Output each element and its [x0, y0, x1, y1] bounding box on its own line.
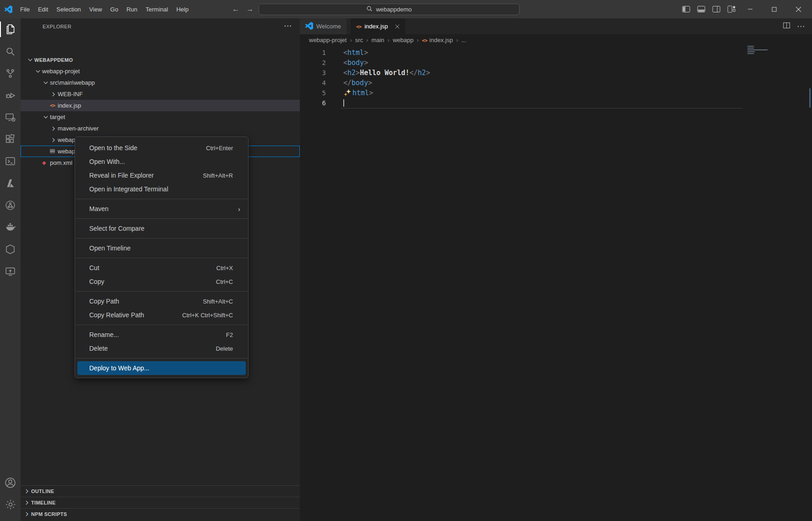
context-menu-item-cut[interactable]: CutCtrl+X	[77, 261, 246, 275]
code-line-content: </body>	[326, 78, 372, 88]
minimap-line	[747, 46, 754, 47]
activity-bar	[0, 18, 21, 521]
code-token: <	[343, 49, 347, 57]
tree-item-src-main-webapp[interactable]: src\main\webapp	[21, 77, 300, 88]
code-token: >	[364, 49, 368, 57]
tree-item-maven-archiver[interactable]: maven-archiver	[21, 123, 300, 134]
remote-explorer-icon[interactable]	[0, 106, 21, 128]
explorer-header: EXPLORER ⋯	[21, 18, 300, 35]
menubar-item-selection[interactable]: Selection	[52, 3, 85, 15]
code-editor[interactable]: 1<html>2<body>3<h2>Hello World!</h2>4</b…	[300, 48, 812, 108]
tab-welcome[interactable]: Welcome	[300, 18, 346, 34]
breadcrumb-item-[interactable]: ...	[461, 37, 466, 43]
menubar-item-terminal[interactable]: Terminal	[141, 3, 172, 15]
context-menu-item-reveal-in-file-explorer[interactable]: Reveal in File ExplorerShift+Alt+R	[77, 168, 246, 182]
menu-separator	[76, 258, 248, 258]
context-menu-item-label: Open Timeline	[89, 244, 130, 252]
tree-item-web-inf[interactable]: WEB-INF	[21, 88, 300, 100]
toggle-sidebar-icon[interactable]	[681, 4, 691, 15]
toggle-panel-icon[interactable]	[696, 4, 706, 15]
context-menu-item-deploy-to-web-app[interactable]: Deploy to Web App...	[77, 361, 246, 375]
back-arrow-icon[interactable]: ←	[232, 5, 240, 13]
breadcrumb-label: src	[355, 37, 363, 43]
explorer-more-actions-icon[interactable]: ⋯	[284, 21, 292, 31]
code-token: </	[410, 69, 418, 77]
code-token: >	[369, 89, 373, 97]
menubar-item-view[interactable]: View	[85, 3, 106, 15]
menubar-item-help[interactable]: Help	[172, 3, 193, 15]
extensions-icon[interactable]	[0, 128, 21, 150]
code-token: >	[426, 69, 430, 77]
context-menu-item-open-with[interactable]: Open With...	[77, 155, 246, 168]
menubar-item-run[interactable]: Run	[122, 3, 141, 15]
breadcrumb-item-webapp-projet[interactable]: webapp-projet	[309, 37, 346, 43]
split-editor-icon[interactable]	[783, 22, 790, 31]
breadcrumb-item-src[interactable]: src	[355, 37, 363, 43]
command-center-search[interactable]: webappdemo	[259, 4, 520, 15]
sparkle-icon	[343, 89, 352, 99]
minimize-button[interactable]	[738, 0, 762, 18]
line-number: 2	[300, 58, 326, 68]
docker-icon[interactable]	[0, 216, 21, 238]
code-token: body	[352, 79, 368, 87]
context-menu-item-open-to-the-side[interactable]: Open to the SideCtrl+Enter	[77, 141, 246, 155]
maximize-button[interactable]	[762, 0, 786, 18]
tab-label: index.jsp	[364, 23, 388, 30]
context-menu-item-label: Copy Relative Path	[89, 311, 144, 319]
context-menu-item-select-for-compare[interactable]: Select for Compare	[77, 222, 246, 235]
menubar-item-go[interactable]: Go	[106, 3, 122, 15]
minimap-line	[747, 51, 755, 52]
kubernetes-icon[interactable]	[0, 238, 21, 260]
breadcrumb-item-index-jsp[interactable]: <>index.jsp	[422, 37, 453, 43]
forward-arrow-icon[interactable]: →	[246, 5, 254, 13]
context-menu-item-rename[interactable]: Rename...F2	[77, 328, 246, 342]
more-actions-icon[interactable]: ⋯	[797, 22, 805, 31]
context-menu-item-label: Delete	[89, 345, 108, 352]
context-menu-item-open-timeline[interactable]: Open Timeline	[77, 241, 246, 255]
breadcrumb-item-webapp[interactable]: webapp	[393, 37, 414, 43]
vscode-logo-icon	[5, 5, 12, 13]
section-npm-scripts[interactable]: NPM SCRIPTS	[21, 508, 300, 520]
accounts-icon[interactable]	[0, 472, 21, 494]
section-timeline[interactable]: TIMELINE	[21, 497, 300, 508]
context-menu-item-copy[interactable]: CopyCtrl+C	[77, 275, 246, 288]
tree-item-target[interactable]: target	[21, 111, 300, 123]
tree-item-index-jsp[interactable]: <>index.jsp	[21, 100, 300, 111]
customize-layout-icon[interactable]	[726, 4, 736, 15]
minimap-line	[747, 53, 754, 54]
project-manager-icon[interactable]	[0, 194, 21, 216]
toggle-secondary-sidebar-icon[interactable]	[711, 4, 721, 15]
close-button[interactable]	[786, 0, 811, 18]
tree-item-webapp-projet[interactable]: webapp-projet	[21, 65, 300, 77]
chevron-down-icon	[42, 114, 50, 121]
menubar-item-edit[interactable]: Edit	[34, 3, 52, 15]
tab-index-jsp[interactable]: <>index.jsp	[351, 18, 405, 34]
minimap[interactable]	[747, 46, 775, 55]
text-cursor	[343, 99, 344, 107]
azure-icon[interactable]	[0, 172, 21, 194]
source-control-icon[interactable]	[0, 62, 21, 84]
breadcrumb-item-main[interactable]: main	[371, 37, 384, 43]
close-icon[interactable]	[395, 24, 400, 29]
scrollbar-decoration[interactable]	[809, 88, 811, 108]
screen-share-icon[interactable]	[0, 260, 21, 282]
tree-item-webappdemo[interactable]: WEBAPPDEMO	[21, 54, 300, 65]
explorer-icon[interactable]	[0, 18, 21, 40]
settings-icon[interactable]	[0, 494, 21, 516]
context-menu-item-copy-relative-path[interactable]: Copy Relative PathCtrl+K Ctrl+Shift+C	[77, 308, 246, 322]
context-menu-item-maven[interactable]: Maven›	[77, 202, 246, 216]
vscode-window: FileEditSelectionViewGoRunTerminalHelp ←…	[0, 0, 812, 521]
context-menu-item-label: Cut	[89, 264, 99, 271]
context-menu-item-open-in-integrated-terminal[interactable]: Open in Integrated Terminal	[77, 182, 246, 196]
section-outline[interactable]: OUTLINE	[21, 485, 300, 497]
line-number: 1	[300, 48, 326, 58]
context-menu-item-copy-path[interactable]: Copy PathShift+Alt+C	[77, 294, 246, 308]
context-menu-item-delete[interactable]: DeleteDelete	[77, 342, 246, 355]
search-icon[interactable]	[0, 40, 21, 62]
tree-item-label: webapp-projet	[42, 68, 80, 75]
terminal-icon[interactable]	[0, 150, 21, 172]
submenu-arrow-icon: ›	[233, 205, 240, 213]
run-and-debug-icon[interactable]	[0, 84, 21, 106]
breadcrumb-separator-icon: ›	[350, 37, 352, 43]
menubar-item-file[interactable]: File	[16, 3, 34, 15]
